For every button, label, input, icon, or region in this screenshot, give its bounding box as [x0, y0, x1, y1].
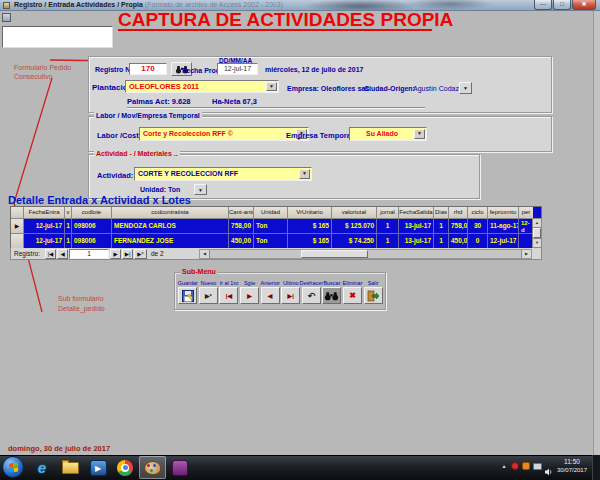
registro-input[interactable]: 170 — [129, 63, 167, 75]
cell[interactable]: 11-ago-17 — [488, 219, 519, 234]
col-header[interactable]: valortotal — [332, 207, 377, 219]
col-header[interactable]: Dias — [434, 207, 449, 219]
exit-button[interactable] — [364, 287, 383, 304]
cell[interactable]: 450,00 — [229, 234, 254, 249]
cell[interactable]: 758,00 — [229, 219, 254, 234]
col-header[interactable]: codlote — [72, 207, 112, 219]
delete-button[interactable]: ✖ — [343, 287, 362, 304]
unidad-dropdown-button[interactable]: ▼ — [194, 184, 207, 195]
col-header[interactable]: ciclo — [468, 207, 488, 219]
show-desktop-button[interactable] — [592, 455, 600, 480]
cell[interactable]: $ 125.070 — [332, 219, 377, 234]
cell[interactable] — [519, 234, 533, 249]
new-record-button[interactable]: ▶* — [199, 287, 218, 304]
grid-vscrollbar[interactable]: ▲ ▼ — [532, 218, 542, 248]
labor-costo-combo[interactable]: Corte y Recoleccion RFF © ▼ — [139, 127, 309, 141]
col-header[interactable]: jornal — [377, 207, 399, 219]
cell[interactable]: 450,00 — [449, 234, 468, 249]
cell[interactable]: 12-jul-17 — [488, 234, 519, 249]
chrome-icon[interactable] — [113, 457, 137, 478]
media-player-icon[interactable]: ▶ — [86, 457, 110, 478]
hscroll-thumb[interactable] — [301, 250, 368, 258]
scroll-left-icon[interactable]: ◀ — [200, 250, 210, 258]
cell[interactable]: 098006 — [72, 234, 112, 249]
start-button[interactable] — [2, 456, 24, 478]
network-icon[interactable] — [533, 463, 542, 470]
fecha-proceso-input[interactable]: 12-jul-17 — [217, 63, 258, 75]
cell[interactable]: $ 165 — [288, 234, 332, 249]
cell[interactable]: 12-jul-17 — [24, 234, 65, 249]
form-right-scrollbar[interactable] — [593, 11, 600, 455]
col-header[interactable]: rhd — [449, 207, 468, 219]
next-record-button[interactable]: ▶ — [240, 287, 259, 304]
col-header[interactable]: Cant-ante — [229, 207, 254, 219]
plantacion-combo[interactable]: OLEOFLORES 2011 ▼ — [125, 80, 279, 93]
cell[interactable]: 1 — [65, 234, 72, 249]
chevron-down-icon[interactable]: ▼ — [299, 169, 310, 179]
cell[interactable]: FERNANDEZ JOSE — [112, 234, 229, 249]
clock[interactable]: 11:50 30/07/2017 — [552, 458, 592, 474]
cell[interactable]: 12-d 11-d — [519, 219, 533, 234]
table-row[interactable]: 12-jul-17 1 098006 FERNANDEZ JOSE 450,00… — [11, 234, 541, 249]
col-header[interactable]: Unidad — [254, 207, 288, 219]
maximize-button[interactable]: □ — [553, 0, 571, 10]
cell[interactable]: 30 — [468, 219, 488, 234]
tray-alert-icon[interactable] — [511, 462, 519, 470]
prev-record-button[interactable]: ◀ — [261, 287, 280, 304]
col-header[interactable]: codcontratista — [112, 207, 229, 219]
minimize-button[interactable]: — — [534, 0, 552, 10]
actividad-combo[interactable]: CORTE Y RECOLECCION RFF ▼ — [134, 167, 312, 181]
close-button[interactable]: ✖ — [572, 0, 596, 10]
undo-button[interactable]: ↶ — [302, 287, 321, 304]
cell[interactable]: 12-jul-17 — [24, 219, 65, 234]
tray-app-icon[interactable] — [522, 462, 530, 470]
office-icon[interactable] — [168, 457, 192, 478]
search-button[interactable] — [322, 287, 341, 304]
chevron-down-icon[interactable]: ▼ — [414, 129, 425, 139]
table-row[interactable]: ▶ 12-jul-17 1 098006 MENDOZA CARLOS 758,… — [11, 219, 541, 234]
ciudad-dropdown-button[interactable]: ▼ — [459, 82, 472, 94]
col-header[interactable]: per — [519, 207, 533, 219]
last-record-button[interactable]: ▶| — [281, 287, 300, 304]
cell[interactable]: Ton — [254, 219, 288, 234]
empresa-temporal-combo[interactable]: Su Aliado ▼ — [349, 127, 427, 141]
scroll-up-icon[interactable]: ▲ — [533, 219, 541, 228]
row-selector-icon[interactable]: ▶ — [11, 219, 24, 234]
cell[interactable]: 1 — [434, 219, 449, 234]
col-header[interactable]: feproxmto — [488, 207, 519, 219]
vscroll-thumb[interactable] — [533, 228, 541, 238]
col-header[interactable]: FechaEntra — [24, 207, 65, 219]
explorer-icon[interactable] — [58, 457, 82, 478]
col-header[interactable]: FechaSalida — [399, 207, 434, 219]
first-record-button[interactable]: |◀ — [219, 287, 238, 304]
nav-last-button[interactable]: ▶| — [122, 249, 133, 259]
cell[interactable]: 13-jul-17 — [399, 219, 434, 234]
cell[interactable]: 1 — [377, 219, 399, 234]
cell[interactable]: 1 — [377, 234, 399, 249]
cell[interactable]: 758,00 — [449, 219, 468, 234]
cell[interactable]: 098006 — [72, 219, 112, 234]
cell[interactable]: $ 165 — [288, 219, 332, 234]
scroll-right-icon[interactable]: ▶ — [521, 250, 531, 258]
nav-first-button[interactable]: |◀ — [45, 249, 56, 259]
nav-next-button[interactable]: ▶ — [110, 249, 121, 259]
col-header[interactable]: v — [65, 207, 72, 219]
tray-expand-icon[interactable]: ▴ — [500, 461, 508, 471]
cell[interactable]: MENDOZA CARLOS — [112, 219, 229, 234]
cell[interactable]: 1 — [434, 234, 449, 249]
row-selector[interactable] — [11, 234, 24, 249]
cell[interactable]: $ 74.250 — [332, 234, 377, 249]
cell[interactable]: 0 — [468, 234, 488, 249]
nav-new-record-button[interactable]: ▶* — [134, 249, 147, 259]
grid-hscrollbar[interactable]: ◀ ▶ — [199, 249, 532, 259]
nav-prev-button[interactable]: ◀ — [57, 249, 68, 259]
chevron-down-icon[interactable]: ▼ — [266, 82, 277, 91]
scroll-down-icon[interactable]: ▼ — [533, 238, 541, 247]
col-header[interactable]: VrUnitario — [288, 207, 332, 219]
browser-icon[interactable]: e — [30, 457, 54, 478]
paint-icon-active[interactable] — [139, 456, 166, 479]
cell[interactable]: 1 — [65, 219, 72, 234]
save-button[interactable] — [178, 287, 197, 304]
cell[interactable]: Ton — [254, 234, 288, 249]
cell[interactable]: 13-jul-17 — [399, 234, 434, 249]
